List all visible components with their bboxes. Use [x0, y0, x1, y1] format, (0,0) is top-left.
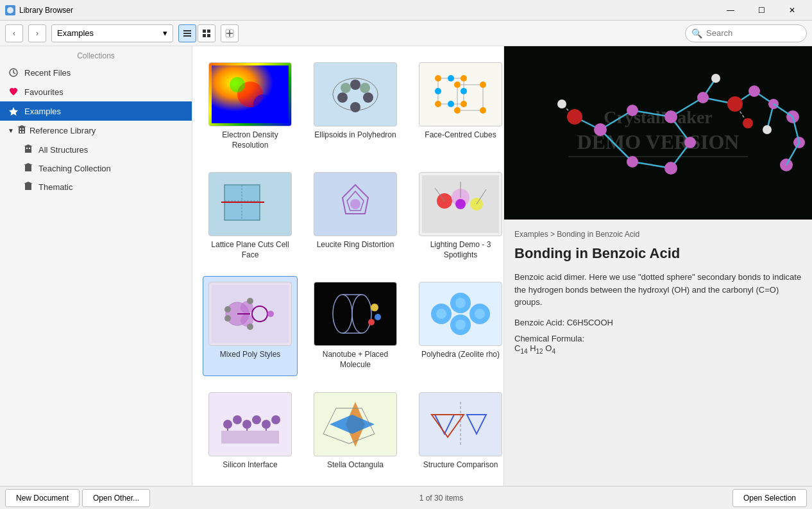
- sidebar-group-reference: ▼ Reference Library All Structures Teach…: [0, 121, 192, 196]
- building-icon: [17, 125, 27, 137]
- sidebar-item-examples[interactable]: Examples: [0, 101, 192, 121]
- chem-h: H: [530, 343, 536, 353]
- svg-point-89: [368, 319, 375, 325]
- svg-rect-3: [183, 35, 191, 37]
- svg-point-173: [557, 99, 566, 108]
- svg-point-51: [480, 82, 486, 88]
- grid-item-electron-density[interactable]: Electron Density Resolution: [203, 56, 298, 156]
- svg-point-76: [224, 315, 231, 322]
- app-icon: [5, 5, 15, 15]
- forward-button[interactable]: ›: [28, 24, 46, 42]
- sidebar-group-reference-header[interactable]: ▼ Reference Library: [0, 121, 192, 141]
- svg-marker-24: [24, 163, 33, 165]
- toolbar: ‹ › Examples ▾ 🔍: [0, 21, 812, 46]
- svg-marker-18: [17, 125, 26, 127]
- label-polyhedra: Polyhedra (Zeolite rho): [421, 350, 500, 360]
- search-icon: 🔍: [691, 28, 702, 39]
- window-controls: — ☐ ✕: [716, 0, 807, 21]
- maximize-button[interactable]: ☐: [747, 0, 776, 21]
- svg-rect-15: [22, 128, 24, 130]
- sidebar-item-all-structures[interactable]: All Structures: [0, 141, 192, 159]
- grid-item-nanotube[interactable]: Nanotube + Placed Molecule: [308, 276, 403, 375]
- svg-point-37: [341, 83, 351, 93]
- view-list-button[interactable]: [178, 24, 196, 42]
- chem-o: O: [545, 343, 552, 353]
- svg-rect-17: [22, 131, 24, 133]
- svg-point-33: [350, 80, 360, 90]
- view-grid-button[interactable]: [198, 24, 216, 42]
- thumbnail-mixed-poly: [208, 282, 292, 346]
- grid-item-structure-comparison[interactable]: Structure Comparison: [413, 386, 504, 476]
- back-button[interactable]: ‹: [5, 24, 23, 42]
- sidebar-label-thematic: Thematic: [38, 182, 72, 192]
- grid-item-face-centred[interactable]: Face-Centred Cubes: [413, 56, 504, 156]
- detail-image: CrystalMaker DEMO VERSION: [504, 46, 812, 220]
- grid-item-polyhedra[interactable]: Polyhedra (Zeolite rho): [413, 276, 504, 375]
- breadcrumb: Examples > Bonding in Benzoic Acid: [514, 230, 802, 239]
- svg-point-48: [461, 88, 467, 94]
- chem-14: 14: [520, 347, 527, 354]
- chem-4: 4: [552, 347, 555, 354]
- svg-point-34: [337, 92, 348, 103]
- minimize-button[interactable]: —: [716, 0, 745, 21]
- svg-point-88: [375, 314, 381, 320]
- grid-item-leucite[interactable]: Leucite Ring Distortion: [308, 166, 403, 266]
- svg-rect-13: [19, 127, 25, 134]
- detail-description: Benzoic acid dimer. Here we use "dotted …: [514, 271, 802, 309]
- sidebar-item-recent-files[interactable]: Recent Files: [0, 63, 192, 82]
- chem-12: 12: [536, 347, 543, 354]
- svg-point-52: [454, 107, 461, 114]
- sidebar-item-teaching[interactable]: Teaching Collection: [0, 159, 192, 178]
- svg-point-170: [567, 109, 582, 125]
- svg-rect-21: [29, 148, 30, 149]
- thumbnail-nanotube: [314, 282, 397, 346]
- svg-point-169: [627, 156, 638, 168]
- thumbnail-leucite: [314, 172, 397, 236]
- grid-item-silicon[interactable]: Silicon Interface: [203, 386, 298, 476]
- thumbnail-ellipsoids: [314, 62, 397, 126]
- sidebar-label-recent: Recent Files: [24, 68, 71, 78]
- grid-item-ellipsoids[interactable]: Ellipsoids in Polyhedron: [308, 56, 403, 156]
- grid-item-stella[interactable]: Stella Octangula: [308, 386, 403, 476]
- new-document-button[interactable]: New Document: [5, 489, 80, 507]
- location-dropdown[interactable]: Examples ▾: [51, 24, 173, 42]
- svg-point-168: [664, 162, 677, 175]
- search-input[interactable]: [685, 24, 807, 42]
- sidebar-label-favourites: Favourites: [24, 87, 63, 97]
- open-selection-button[interactable]: Open Selection: [732, 489, 807, 507]
- all-structures-icon: [23, 144, 33, 156]
- sidebar-label-reference: Reference Library: [30, 126, 96, 135]
- open-other-button[interactable]: Open Other...: [82, 489, 150, 507]
- grid-area: Electron Density Resolution Ellip: [192, 46, 504, 486]
- detail-content: Examples > Bonding in Benzoic Acid Bondi…: [504, 220, 812, 365]
- svg-point-44: [461, 101, 467, 107]
- svg-rect-5: [207, 30, 210, 33]
- add-button[interactable]: [221, 24, 239, 42]
- svg-point-98: [455, 320, 466, 330]
- svg-rect-2: [183, 33, 191, 34]
- svg-point-167: [684, 137, 696, 148]
- close-button[interactable]: ✕: [777, 0, 807, 21]
- thumbnail-lighting: [419, 172, 502, 236]
- thumbnail-electron-density: [208, 62, 292, 126]
- svg-point-45: [448, 75, 454, 82]
- grid-item-lighting[interactable]: Lighting Demo - 3 Spotlights: [413, 166, 504, 266]
- window-title: Library Browser: [19, 6, 73, 15]
- title-bar: Library Browser — ☐ ✕: [0, 0, 812, 21]
- sidebar-item-thematic[interactable]: Thematic: [0, 178, 192, 196]
- sidebar-item-favourites[interactable]: Favourites: [0, 82, 192, 101]
- detail-formula: Benzoic Acid: C6H5COOH: [514, 318, 802, 327]
- label-electron-density: Electron Density Resolution: [208, 130, 292, 150]
- svg-rect-7: [207, 34, 210, 37]
- grid-item-lattice[interactable]: Lattice Plane Cuts Cell Face: [203, 166, 298, 266]
- svg-rect-39: [422, 65, 499, 123]
- label-silicon: Silicon Interface: [223, 460, 277, 470]
- svg-point-62: [350, 199, 360, 209]
- label-ellipsoids: Ellipsoids in Polyhedron: [314, 130, 396, 141]
- svg-point-81: [267, 311, 274, 317]
- svg-rect-25: [25, 184, 31, 190]
- svg-point-174: [697, 92, 709, 103]
- grid-item-mixed-poly[interactable]: Mixed Poly Styles: [203, 276, 298, 375]
- clock-icon: [8, 67, 19, 78]
- collections-label: Collections: [0, 46, 192, 63]
